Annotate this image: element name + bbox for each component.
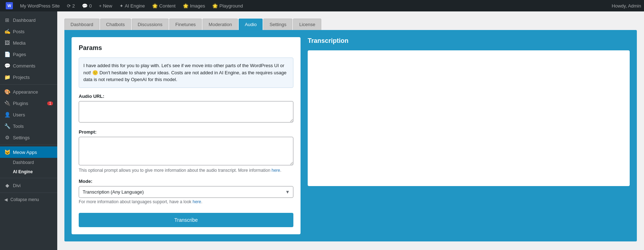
transcription-section: Transcription: [308, 37, 630, 234]
new-content[interactable]: + New: [96, 0, 115, 11]
meow-apps-icon: 🐱: [4, 149, 10, 155]
updates[interactable]: ⟳ 2: [64, 0, 78, 11]
audio-url-field: Audio URL:: [79, 94, 293, 124]
sidebar-item-users[interactable]: 👤 Users: [0, 109, 57, 120]
tab-chatbots[interactable]: Chatbots: [100, 19, 131, 30]
ai-engine-bar[interactable]: ✦ AI Engine: [117, 0, 148, 11]
prompt-input[interactable]: [79, 137, 293, 165]
prompt-label: Prompt:: [79, 129, 293, 135]
sidebar-item-projects[interactable]: 📁 Projects: [0, 71, 57, 83]
mode-label: Mode:: [79, 179, 293, 184]
params-info: I have added this for you to play with. …: [79, 58, 293, 88]
mode-hint: For more information about languages sup…: [79, 199, 293, 204]
mode-hint-link[interactable]: here: [192, 199, 201, 204]
tab-license[interactable]: License: [293, 19, 321, 30]
transcription-title: Transcription: [308, 37, 630, 50]
admin-bar: W My WordPress Site ⟳ 2 💬 0 + New ✦ AI E…: [0, 0, 644, 11]
sidebar-item-tools[interactable]: 🔧 Tools: [0, 120, 57, 132]
sidebar-item-meow-apps[interactable]: 🐱 Meow Apps: [0, 146, 57, 158]
media-icon: 🖼: [4, 40, 10, 46]
comments[interactable]: 💬 0: [79, 0, 94, 11]
wp-icon: W: [6, 2, 13, 9]
mode-select-wrapper: Transcription (Any Language) Translation…: [79, 186, 293, 198]
transcribe-button[interactable]: Transcribe: [79, 213, 293, 227]
appearance-icon: 🎨: [4, 89, 10, 95]
audio-url-label: Audio URL:: [79, 94, 293, 99]
howdy: Howdy, Admin: [612, 3, 641, 9]
playground-bar[interactable]: 🌟 Playground: [209, 0, 246, 11]
pages-icon: 📄: [4, 51, 10, 57]
params-title: Params: [79, 44, 293, 52]
tabs-bar: Dashboard Chatbots Discussions Finetunes…: [64, 19, 637, 30]
audio-panel: Params I have added this for you to play…: [64, 30, 637, 241]
users-icon: 👤: [4, 112, 10, 118]
dashboard-icon: ⊞: [4, 17, 10, 23]
collapse-icon: ◀: [4, 197, 8, 202]
tab-discussions[interactable]: Discussions: [132, 19, 169, 30]
sidebar-item-pages[interactable]: 📄 Pages: [0, 49, 57, 60]
images-bar[interactable]: 🌟 Images: [180, 0, 208, 11]
wp-logo[interactable]: W: [3, 0, 16, 11]
projects-icon: 📁: [4, 74, 10, 80]
sidebar-item-posts[interactable]: ✍ Posts: [0, 26, 57, 37]
tools-icon: 🔧: [4, 123, 10, 129]
tab-finetunes[interactable]: Finetunes: [169, 19, 202, 30]
prompt-hint-link[interactable]: here: [272, 168, 280, 173]
posts-icon: ✍: [4, 29, 10, 34]
tab-moderation[interactable]: Moderation: [203, 19, 238, 30]
audio-url-input[interactable]: [79, 101, 293, 122]
sidebar-item-comments[interactable]: 💬 Comments: [0, 60, 57, 71]
sidebar-item-media[interactable]: 🖼 Media: [0, 37, 57, 49]
prompt-hint: This optional prompt allows you to give …: [79, 168, 293, 173]
plugins-icon: 🔌: [4, 100, 10, 106]
sidebar-item-divi[interactable]: ◆ Divi: [0, 180, 57, 191]
params-section: Params I have added this for you to play…: [72, 37, 301, 234]
main-content: Dashboard Chatbots Discussions Finetunes…: [57, 11, 644, 250]
mode-select[interactable]: Transcription (Any Language) Translation…: [79, 186, 293, 198]
sidebar-item-settings[interactable]: ⚙ Settings: [0, 132, 57, 143]
sidebar-item-appearance[interactable]: 🎨 Appearance: [0, 86, 57, 98]
tab-dashboard[interactable]: Dashboard: [64, 19, 99, 30]
sidebar-item-plugins[interactable]: 🔌 Plugins 1: [0, 98, 57, 109]
mode-field: Mode: Transcription (Any Language) Trans…: [79, 179, 293, 204]
tab-audio[interactable]: Audio: [239, 19, 263, 30]
collapse-menu-button[interactable]: ◀ Collapse menu: [0, 194, 57, 205]
transcription-content: [308, 50, 630, 186]
prompt-field: Prompt: This optional prompt allows you …: [79, 129, 293, 173]
sidebar-submenu-dashboard[interactable]: Dashboard: [0, 158, 57, 167]
plugins-badge: 1: [47, 101, 53, 105]
tab-settings[interactable]: Settings: [263, 19, 292, 30]
content-bar[interactable]: 🌟 Content: [149, 0, 179, 11]
settings-icon: ⚙: [4, 135, 10, 140]
divi-icon: ◆: [4, 182, 10, 188]
comments-icon: 💬: [4, 63, 10, 69]
sidebar-item-dashboard[interactable]: ⊞ Dashboard: [0, 14, 57, 26]
sidebar: ⊞ Dashboard ✍ Posts 🖼 Media 📄 Pages 💬 Co…: [0, 11, 57, 250]
sidebar-submenu-ai-engine[interactable]: AI Engine: [0, 167, 57, 176]
site-name[interactable]: My WordPress Site: [17, 0, 63, 11]
